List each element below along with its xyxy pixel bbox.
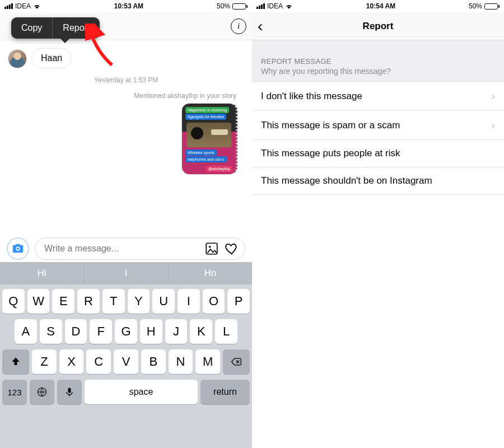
story-tag: earphones and usb-c bbox=[185, 156, 227, 162]
messages-area: Haan Yesterday at 1:53 PM Mentioned aksh… bbox=[0, 40, 252, 236]
key-m[interactable]: M bbox=[195, 349, 220, 374]
right-phone: IDEA 10:54 AM 50% ‹ Report REPORT MESSAG… bbox=[252, 0, 504, 448]
key-b[interactable]: B bbox=[141, 349, 166, 374]
battery-icon bbox=[232, 3, 248, 10]
report-option[interactable]: This message is spam or a scam› bbox=[252, 111, 504, 140]
left-phone: IDEA 10:53 AM 50% ‹ akshaythp i Copy Rep… bbox=[0, 0, 252, 448]
carrier-label: IDEA bbox=[267, 2, 283, 10]
status-time: 10:53 AM bbox=[114, 2, 143, 10]
globe-icon bbox=[36, 386, 48, 398]
key-a[interactable]: A bbox=[15, 319, 37, 344]
shift-key[interactable] bbox=[2, 349, 29, 374]
message-row[interactable]: Haan bbox=[8, 48, 244, 68]
info-icon[interactable]: i bbox=[231, 18, 246, 34]
space-key[interactable]: space bbox=[85, 380, 198, 404]
message-bubble[interactable]: Haan bbox=[31, 48, 72, 68]
keyboard: QWERTYUIOP ASDFGHJKL ZXCVBNM 123 bbox=[0, 284, 252, 448]
mic-icon bbox=[64, 386, 75, 398]
key-w[interactable]: W bbox=[27, 289, 50, 314]
key-c[interactable]: C bbox=[86, 349, 111, 374]
key-t[interactable]: T bbox=[102, 289, 125, 314]
suggestion[interactable]: I bbox=[84, 262, 168, 284]
avatar[interactable] bbox=[8, 49, 27, 68]
battery-icon bbox=[484, 3, 500, 10]
page-title: Report bbox=[258, 21, 498, 32]
signal-icon bbox=[4, 3, 13, 9]
report-option-label: This message puts people at risk bbox=[261, 148, 400, 159]
suggestion[interactable]: Hi bbox=[0, 262, 84, 284]
key-i[interactable]: I bbox=[178, 289, 200, 314]
heart-icon[interactable] bbox=[225, 241, 239, 256]
svg-point-1 bbox=[17, 248, 19, 250]
svg-point-3 bbox=[209, 246, 211, 248]
key-e[interactable]: E bbox=[52, 289, 74, 314]
mention-label: Mentioned akshaythp in your story bbox=[8, 92, 236, 100]
backspace-key[interactable] bbox=[223, 349, 250, 374]
battery-pct: 50% bbox=[217, 2, 230, 10]
key-k[interactable]: K bbox=[190, 319, 212, 344]
key-y[interactable]: Y bbox=[128, 289, 150, 314]
compose-pill[interactable] bbox=[35, 237, 245, 260]
story-tag: @akshaythp bbox=[206, 166, 232, 172]
context-copy[interactable]: Copy bbox=[11, 17, 52, 39]
story-tag: Happiness is receiving bbox=[185, 107, 229, 113]
globe-key[interactable] bbox=[30, 380, 54, 404]
time-separator: Yesterday at 1:53 PM bbox=[8, 76, 244, 84]
message-input[interactable] bbox=[44, 244, 199, 254]
status-bar: IDEA 10:53 AM 50% bbox=[0, 0, 252, 12]
key-h[interactable]: H bbox=[140, 319, 162, 344]
battery-pct: 50% bbox=[469, 2, 482, 10]
keyboard-suggestions: Hi I Hn bbox=[0, 262, 252, 284]
composer bbox=[0, 235, 252, 264]
key-g[interactable]: G bbox=[115, 319, 137, 344]
key-d[interactable]: D bbox=[65, 319, 87, 344]
report-option[interactable]: This message puts people at risk bbox=[252, 140, 504, 167]
section-subtitle: Why are you reporting this message? bbox=[261, 67, 495, 76]
report-option-label: This message is spam or a scam bbox=[261, 120, 400, 131]
report-section-header: REPORT MESSAGE Why are you reporting thi… bbox=[252, 40, 504, 82]
report-option[interactable]: I don't like this message› bbox=[252, 82, 504, 111]
key-o[interactable]: O bbox=[203, 289, 225, 314]
wifi-icon bbox=[285, 3, 293, 9]
report-header: ‹ Report bbox=[252, 12, 504, 40]
story-image bbox=[186, 123, 231, 147]
key-v[interactable]: V bbox=[114, 349, 138, 374]
chevron-right-icon: › bbox=[491, 119, 495, 132]
numbers-key[interactable]: 123 bbox=[2, 380, 27, 404]
story-reply[interactable]: Happiness is receiving #gadgets for #rev… bbox=[8, 103, 244, 175]
key-z[interactable]: Z bbox=[32, 349, 57, 374]
key-l[interactable]: L bbox=[215, 319, 237, 344]
key-q[interactable]: Q bbox=[2, 289, 25, 314]
carrier-label: IDEA bbox=[15, 2, 31, 10]
key-s[interactable]: S bbox=[40, 319, 62, 344]
mic-key[interactable] bbox=[57, 380, 82, 404]
context-menu: Copy Report bbox=[11, 17, 100, 39]
status-time: 10:54 AM bbox=[366, 2, 395, 10]
return-key[interactable]: return bbox=[200, 380, 250, 404]
section-heading: REPORT MESSAGE bbox=[261, 57, 495, 66]
signal-icon bbox=[256, 3, 265, 9]
gallery-icon[interactable] bbox=[204, 241, 219, 256]
story-tag: Wireless sports bbox=[185, 150, 217, 156]
report-option-label: This message shouldn't be on Instagram bbox=[261, 175, 432, 186]
camera-icon bbox=[12, 242, 24, 255]
context-report[interactable]: Report bbox=[53, 17, 100, 39]
chevron-right-icon: › bbox=[491, 90, 495, 102]
key-n[interactable]: N bbox=[169, 349, 193, 374]
key-x[interactable]: X bbox=[59, 349, 84, 374]
report-options-list: I don't like this message›This message i… bbox=[252, 82, 504, 195]
svg-rect-5 bbox=[68, 388, 71, 393]
key-f[interactable]: F bbox=[90, 319, 112, 344]
suggestion[interactable]: Hn bbox=[169, 262, 252, 284]
report-option-label: I don't like this message bbox=[261, 91, 362, 102]
status-bar: IDEA 10:54 AM 50% bbox=[252, 0, 504, 12]
story-thumbnail[interactable]: Happiness is receiving #gadgets for #rev… bbox=[181, 103, 237, 175]
key-j[interactable]: J bbox=[165, 319, 188, 344]
wifi-icon bbox=[33, 3, 41, 9]
key-u[interactable]: U bbox=[152, 289, 175, 314]
report-option[interactable]: This message shouldn't be on Instagram bbox=[252, 167, 504, 195]
story-tag: #gadgets for #review bbox=[185, 114, 226, 120]
camera-button[interactable] bbox=[7, 237, 29, 260]
key-r[interactable]: R bbox=[77, 289, 100, 314]
key-p[interactable]: P bbox=[227, 289, 250, 314]
